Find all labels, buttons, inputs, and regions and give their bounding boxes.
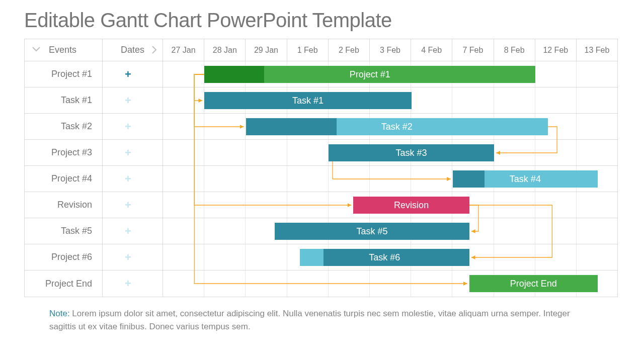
row-label: Task #2+ (25, 114, 163, 139)
grid-cell (577, 166, 617, 192)
grid-cell (535, 61, 577, 87)
row-label: Task #1+ (25, 87, 163, 113)
grid-cell (577, 270, 617, 297)
grid-cell (411, 87, 452, 113)
row-dates-cell: + (102, 270, 163, 297)
grid-cell (535, 270, 577, 297)
grid-cell (535, 244, 577, 270)
gantt-row: Task #2+ (25, 114, 617, 140)
note-label: Note: (49, 309, 72, 318)
grid-cell (535, 192, 577, 218)
grid-cell (494, 218, 535, 244)
grid-cell (411, 166, 452, 192)
grid-cell (577, 61, 617, 87)
gantt-row: Revision+ (25, 192, 617, 218)
grid-cell (246, 114, 287, 139)
row-dates-cell: + (102, 244, 163, 270)
grid-cell (204, 244, 246, 270)
grid-cell (494, 61, 535, 87)
row-dates-cell: + (102, 114, 163, 139)
grid-cell (246, 61, 287, 87)
row-dates-cell: + (102, 218, 163, 244)
row-event-text: Task #2 (25, 121, 102, 132)
gantt-chart: Events Dates 27 Jan28 Jan29 Jan1 Feb2 Fe… (24, 39, 618, 297)
plus-icon[interactable]: + (125, 95, 131, 106)
grid-cell (411, 244, 452, 270)
gantt-row: Project #4+ (25, 166, 617, 192)
grid-cell (577, 140, 617, 165)
grid-cell (494, 270, 535, 297)
row-event-text: Project #1 (25, 69, 102, 79)
plus-icon[interactable]: + (125, 121, 131, 132)
row-event-text: Task #5 (25, 226, 102, 236)
gantt-row: Project #1+ (25, 61, 617, 87)
chevron-right-icon (151, 45, 157, 56)
grid-cell (411, 270, 452, 297)
grid-cell (246, 270, 287, 297)
row-timeline (163, 87, 617, 113)
grid-cell (246, 218, 287, 244)
row-dates-cell: + (102, 166, 163, 192)
row-dates-cell: + (102, 61, 163, 87)
row-timeline (163, 270, 617, 297)
plus-icon[interactable]: + (125, 147, 131, 158)
grid-cell (452, 87, 494, 113)
grid-cell (577, 218, 617, 244)
row-timeline (163, 192, 617, 218)
grid-cell (204, 166, 246, 192)
grid-cell (452, 114, 494, 139)
gantt-row: Project End+ (25, 270, 617, 297)
header-date-cell: 29 Jan (246, 39, 287, 61)
grid-cell (163, 140, 204, 165)
plus-icon[interactable]: + (125, 69, 131, 80)
grid-cell (535, 166, 577, 192)
grid-cell (163, 270, 204, 297)
plus-icon[interactable]: + (125, 226, 131, 237)
grid-cell (329, 114, 370, 139)
page-title: Editable Gantt Chart PowerPoint Template (24, 9, 620, 32)
grid-cell (329, 218, 370, 244)
footer-note: Note: Lorem ipsum dolor sit amet, consec… (49, 307, 593, 333)
grid-cell (204, 192, 246, 218)
grid-cell (287, 192, 329, 218)
grid-cell (163, 192, 204, 218)
header-dates-cell[interactable]: Dates (103, 39, 163, 61)
gantt-row: Project #3+ (25, 140, 617, 166)
grid-cell (494, 244, 535, 270)
grid-cell (246, 192, 287, 218)
header-events-label: Events (49, 45, 76, 55)
grid-cell (246, 244, 287, 270)
grid-cell (452, 218, 494, 244)
row-timeline (163, 140, 617, 165)
plus-icon[interactable]: + (125, 173, 131, 185)
header-dates-label: Dates (121, 45, 144, 55)
grid-cell (163, 244, 204, 270)
grid-cell (370, 87, 411, 113)
plus-icon[interactable]: + (125, 200, 131, 211)
grid-cell (411, 192, 452, 218)
grid-cell (287, 61, 329, 87)
grid-cell (204, 270, 246, 297)
row-event-text: Project #6 (25, 252, 102, 262)
header-date-cell: 1 Feb (287, 39, 329, 61)
grid-cell (287, 114, 329, 139)
grid-cell (411, 114, 452, 139)
gantt-row: Project #6+ (25, 244, 617, 270)
gantt-row: Task #5+ (25, 218, 617, 244)
row-event-text: Task #1 (25, 95, 102, 106)
plus-icon[interactable]: + (125, 252, 131, 263)
grid-cell (370, 244, 411, 270)
grid-cell (577, 114, 617, 139)
grid-cell (370, 192, 411, 218)
grid-cell (246, 140, 287, 165)
grid-cell (411, 140, 452, 165)
grid-cell (494, 114, 535, 139)
header-events-cell[interactable]: Events (25, 39, 103, 61)
plus-icon[interactable]: + (125, 278, 131, 289)
grid-cell (246, 87, 287, 113)
grid-cell (329, 61, 370, 87)
row-dates-cell: + (102, 140, 163, 165)
header-date-cell: 13 Feb (577, 39, 617, 61)
grid-cell (329, 140, 370, 165)
grid-cell (204, 61, 246, 87)
